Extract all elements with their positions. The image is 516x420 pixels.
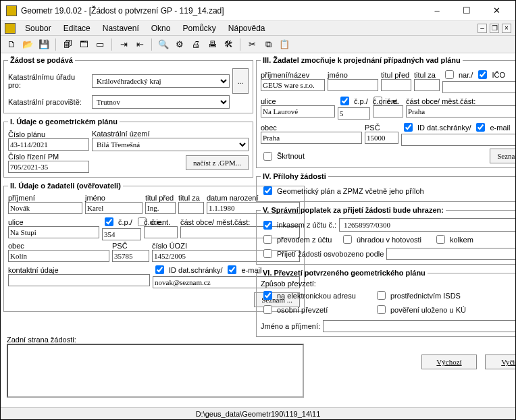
povereni-check[interactable]: [377, 305, 386, 314]
r-corient-input[interactable]: [373, 105, 403, 117]
cislo-planu-input[interactable]: [8, 138, 89, 151]
r-cp-input[interactable]: [338, 107, 370, 120]
zadni-textarea[interactable]: [7, 344, 304, 398]
skrtnout-check[interactable]: [263, 152, 272, 161]
r-obec-input[interactable]: [261, 132, 362, 144]
tool-print2-icon[interactable]: 🖶: [205, 38, 219, 51]
r-psc-input[interactable]: [365, 132, 398, 144]
cislo-rizeni-input[interactable]: [8, 161, 89, 173]
dat-schranky-check[interactable]: [155, 265, 164, 274]
nar-check[interactable]: [445, 70, 454, 79]
group-sec3: III. Žadatel zmocňuje k projednání přípa…: [256, 56, 515, 168]
cp-input[interactable]: [102, 228, 141, 240]
r-prijmeni-input[interactable]: [261, 79, 325, 91]
dat-schranky-label: ID dat.schránky/: [169, 266, 222, 274]
r-jmeno-input[interactable]: [328, 79, 378, 91]
group-sec6: VI. Převzetí potvrzeného geometrického p…: [256, 269, 515, 337]
menu-editace[interactable]: Editace: [58, 22, 96, 34]
mdi-restore[interactable]: ❐: [490, 24, 499, 33]
browse-button[interactable]: ...: [232, 68, 249, 94]
menu-nastaveni[interactable]: Nastavení: [97, 22, 145, 34]
r-tz-input[interactable]: [414, 79, 440, 91]
titul-pred-label: titul před: [145, 194, 176, 202]
ulice-input[interactable]: [8, 226, 99, 238]
seznam-right-button[interactable]: Seznam ...: [490, 149, 515, 163]
titul-za-input[interactable]: [178, 202, 204, 214]
tool-print-setup-icon[interactable]: ⚙: [173, 38, 186, 51]
zadni-label: Zadní strana žádosti:: [7, 336, 307, 344]
nacist-gpm-button[interactable]: načíst z .GPM...: [186, 155, 249, 170]
priloha-label: Geometrický plán a ZPMZ včetně jeho příl…: [277, 187, 424, 195]
cp-check[interactable]: [105, 217, 113, 226]
tool-print-icon[interactable]: 🖨: [189, 38, 203, 51]
cislo-rizeni-label: Číslo řízení PM: [8, 153, 89, 161]
inkaso-check[interactable]: [263, 221, 272, 230]
menu-napoveda[interactable]: Nápověda: [223, 22, 271, 34]
ico-input[interactable]: [442, 81, 515, 93]
psc-input[interactable]: [112, 250, 149, 262]
tool-window-icon[interactable]: 🗔: [77, 38, 91, 51]
mdi-close[interactable]: ×: [502, 24, 511, 33]
kolkem-check[interactable]: [436, 235, 445, 244]
group-sec5: V. Správní poplatek za přijetí žádosti b…: [256, 206, 515, 265]
obec-input[interactable]: [8, 250, 109, 262]
r-cast-input[interactable]: [406, 105, 515, 117]
hotovost-check[interactable]: [343, 235, 352, 244]
kat-prac-select[interactable]: Trutnov: [92, 95, 230, 109]
close-button[interactable]: ✕: [483, 3, 510, 18]
kat-urad-select[interactable]: Královéhradecký kraj: [92, 74, 230, 88]
vychozi-button[interactable]: Výchozí: [421, 355, 477, 369]
tool-paste-icon[interactable]: 📋: [278, 38, 291, 51]
corient-input[interactable]: [144, 226, 178, 238]
group-sec4: IV. Přílohy žádosti Geometrický plán a Z…: [256, 172, 515, 202]
prijmeni-input[interactable]: [8, 202, 82, 214]
prevod-label: převodem z účtu: [277, 236, 338, 244]
menu-soubor[interactable]: Soubor: [20, 22, 57, 34]
osvob-input[interactable]: [386, 248, 515, 260]
inkaso-select[interactable]: 12658997/0300: [339, 218, 515, 232]
menu-okno[interactable]: Okno: [146, 22, 176, 34]
tool-export-icon[interactable]: ⇤: [133, 38, 147, 51]
tool-cut-icon[interactable]: ✂: [245, 38, 259, 51]
ico-check[interactable]: [478, 70, 487, 79]
priloha-check[interactable]: [263, 186, 272, 195]
jmeno-input[interactable]: [85, 202, 143, 214]
kontakt-input[interactable]: [8, 274, 150, 286]
prevod-check[interactable]: [263, 235, 272, 244]
kolkem-label: kolkem: [450, 236, 473, 244]
r-ds-input[interactable]: [401, 134, 515, 146]
isds-check[interactable]: [377, 291, 386, 300]
tool-save-icon[interactable]: 💾: [37, 38, 51, 51]
r-cast-label: část obce/ měst.část:: [406, 97, 515, 105]
elektro-check[interactable]: [263, 291, 272, 300]
osvob-check[interactable]: [263, 249, 272, 258]
app-icon: [6, 5, 17, 16]
r-tp-input[interactable]: [381, 79, 411, 91]
r-ulice-input[interactable]: [261, 105, 335, 117]
maximize-button[interactable]: ☐: [453, 3, 480, 18]
r-ds-check[interactable]: [404, 123, 413, 132]
jmeno-prijmeni-input[interactable]: [323, 320, 515, 332]
tool-preview-icon[interactable]: 🔍: [157, 38, 170, 51]
kat-uzemi-select[interactable]: Bílá Třemešná: [92, 138, 249, 151]
titul-za-label: titul za: [178, 194, 204, 202]
mdi-minimize[interactable]: –: [478, 24, 487, 33]
email-check[interactable]: [228, 265, 236, 274]
tool-new-icon[interactable]: 🗋: [5, 38, 18, 51]
tool-copy-icon[interactable]: 🗐: [61, 38, 74, 51]
titul-pred-input[interactable]: [145, 202, 176, 214]
osobni-check[interactable]: [263, 305, 272, 314]
tool-import-icon[interactable]: ⇥: [117, 38, 130, 51]
r-prijmeni-label: příjmení/název: [261, 71, 325, 79]
tool-copy2-icon[interactable]: ⧉: [261, 38, 275, 51]
tool-open-icon[interactable]: 📂: [21, 38, 34, 51]
tool-card-icon[interactable]: ▭: [93, 38, 107, 51]
menu-pomucky[interactable]: Pomůcky: [177, 22, 221, 34]
vycistit-button[interactable]: Vyčistit: [485, 355, 515, 369]
cp-label: č.p./: [118, 218, 132, 226]
r-cp-check[interactable]: [340, 97, 349, 105]
r-email-check[interactable]: [476, 123, 485, 132]
elektro-label: na elektronickou adresu: [277, 292, 371, 300]
minimize-button[interactable]: –: [423, 3, 450, 18]
tool-settings-icon[interactable]: 🛠: [222, 38, 235, 51]
